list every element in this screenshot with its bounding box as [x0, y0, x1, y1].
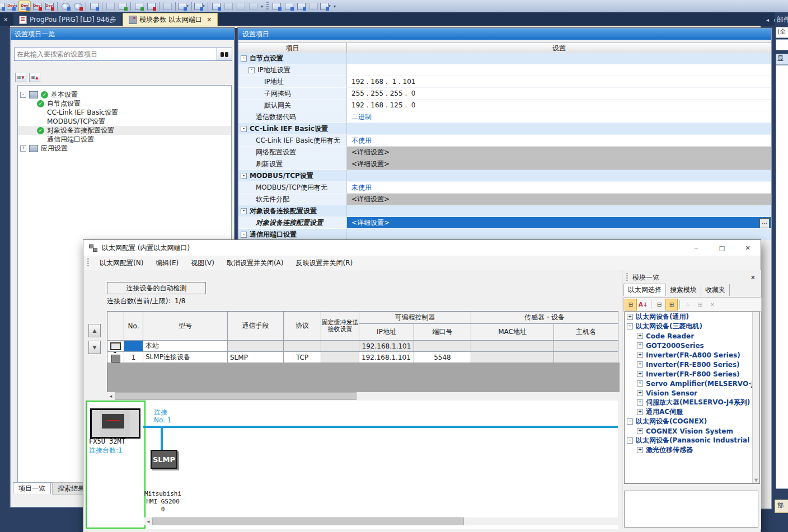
detail-settings-button[interactable]: ... [759, 218, 770, 228]
expand-icon[interactable]: + [637, 371, 643, 377]
tree-item-basic-settings[interactable]: - ✓ 基本设置 [18, 90, 231, 99]
sort-order-icon[interactable]: ⊞ [625, 299, 636, 310]
device-display-dev-icon[interactable] [19, 1, 30, 11]
expand-icon[interactable]: + [637, 333, 643, 339]
plc-selection-panel[interactable]: FX5U 32MT 连接台数:1 [86, 401, 146, 529]
expand-icon[interactable]: + [627, 314, 633, 320]
host-station-icon[interactable] [107, 341, 124, 352]
move-down-button[interactable]: ▼ [88, 341, 101, 354]
address-book-icon[interactable] [283, 1, 294, 11]
tab-item-list[interactable]: 项目一览 [13, 482, 51, 494]
device-find-dev-icon[interactable]: ▾ [7, 1, 18, 11]
settings-row-selected[interactable]: 对象设备连接配置设置 <详细设置> ... [238, 217, 771, 229]
tab-ethernet-select[interactable]: 以太网选择 [623, 284, 666, 296]
device-register-dev-icon[interactable] [44, 1, 55, 11]
module-tree-item[interactable]: -以太网设备(Panasonic Industrial De [625, 436, 759, 445]
screen-search-icon[interactable] [210, 1, 222, 11]
menu-cancel-close[interactable]: 取消设置并关闭(A) [221, 258, 290, 268]
settings-row[interactable]: -自节点设置 [238, 53, 771, 64]
collapse-icon[interactable]: - [241, 126, 247, 132]
expand-icon[interactable]: + [637, 447, 643, 453]
move-up-button[interactable]: ▲ [88, 324, 101, 337]
io-check-icon[interactable] [146, 1, 157, 11]
collapse-icon[interactable]: - [241, 55, 247, 62]
module-tree-item[interactable]: +Inverter(FR-E800 Series) [625, 360, 759, 369]
settings-row[interactable]: 网络配置设置<详细设置> [238, 147, 771, 158]
tree-item-comm-port[interactable]: 通信用端口设置 [18, 135, 231, 144]
tree-item-own-node[interactable]: ✓ 自节点设置 [18, 99, 231, 108]
module-tree-scrollbar[interactable]: ▼ [752, 312, 759, 483]
right-panel-bottom-tab[interactable]: 部 [775, 500, 788, 513]
panel-grip[interactable] [626, 273, 628, 282]
comm-cell[interactable]: SLMP [228, 352, 284, 363]
tab-favorites[interactable]: 收藏夹 [701, 284, 730, 296]
expand-tree-icon[interactable]: ⊞ [666, 299, 677, 310]
tree-item-target-device[interactable]: ✓ 对象设备连接配置设置 [18, 126, 231, 135]
right-panel-toolbar-fragment[interactable] [776, 39, 788, 50]
model-cell[interactable]: 本站 [143, 341, 228, 352]
module-tree-item[interactable]: +COGNEX Vision System [625, 426, 759, 436]
module-tree-item[interactable]: +以太网设备(通用) [625, 312, 759, 322]
window-list-icon[interactable] [247, 1, 259, 11]
expand-icon[interactable]: + [20, 145, 26, 152]
menu-apply-close[interactable]: 反映设置并关闭(R) [289, 258, 359, 268]
graphic-hscrollbar[interactable]: ◂ [144, 517, 618, 525]
module-add-icon[interactable] [117, 1, 128, 11]
scrollbar-thumb[interactable] [152, 517, 464, 525]
ip-cell[interactable]: 192.168.1.101 [359, 341, 414, 352]
favorite-add-icon[interactable]: ⊞ [695, 299, 706, 310]
tab-progpou[interactable]: ProgPou [PRG] [LD] 946步 [13, 13, 121, 26]
scrollbar-thumb[interactable] [115, 392, 357, 400]
menu-edit[interactable]: 编辑(E) [149, 258, 185, 268]
toolbar-overflow-icon[interactable]: ▾ [261, 4, 263, 9]
user-library-icon[interactable] [308, 1, 319, 11]
expand-icon[interactable]: + [637, 342, 643, 349]
expand-icon[interactable]: + [637, 380, 643, 387]
module-tree-item[interactable]: +伺服放大器(MELSERVO-J4系列) [625, 398, 759, 407]
watch-start-icon[interactable] [60, 1, 71, 11]
az-sort-icon[interactable]: A↓ [637, 299, 649, 310]
port-cell[interactable]: 5548 [414, 352, 471, 363]
module-tree-item[interactable]: +激光位移传感器 [625, 445, 759, 455]
settings-row[interactable]: -CC-Link IEF Basic设置 [238, 123, 771, 135]
module-tree-item[interactable]: +Inverter(FR-F800 Series) [625, 369, 759, 379]
settings-row[interactable]: 通信数据代码二进制 [238, 111, 771, 123]
maximize-button[interactable]: □ [709, 240, 735, 256]
tree-item-modbus[interactable]: MODBUS/TCP设置 [18, 117, 231, 126]
dialog-titlebar[interactable]: 以太网配置 (内置以太网端口) ─ □ ✕ [83, 240, 761, 256]
settings-row[interactable]: -通信用端口设置 [238, 229, 771, 241]
program-list-icon[interactable] [88, 1, 100, 11]
settings-row[interactable]: 软元件分配<详细设置> [238, 194, 771, 205]
favorite-star-icon[interactable]: ☆ [682, 299, 693, 310]
close-button[interactable]: ✕ [735, 240, 761, 256]
module-tree-item[interactable]: -以太网设备(三菱电机) [625, 322, 759, 331]
setting-search-input[interactable] [14, 48, 219, 61]
toolbar-overflow2-icon[interactable]: ▾ [334, 4, 336, 9]
collapse-icon[interactable]: - [627, 418, 633, 425]
window-cascade-icon[interactable] [223, 1, 234, 11]
label-edit-icon[interactable] [133, 1, 144, 11]
settings-row[interactable]: 子网掩码255 . 255 . 255 . 0 [238, 88, 771, 100]
collapse-icon[interactable]: - [241, 208, 247, 214]
favorite-delete-icon[interactable]: ✕ [707, 299, 718, 310]
scroll-left-icon[interactable]: ◂ [107, 392, 115, 400]
tree-item-application-settings[interactable]: + 应用设置 [18, 144, 231, 153]
row-no-cell-selected[interactable] [124, 341, 143, 352]
protocol-cell[interactable]: TCP [284, 352, 321, 363]
module-list-titlebar[interactable]: 模块一览 ✕ [622, 272, 761, 283]
module-tree-item[interactable]: -以太网设备(COGNEX) [625, 417, 759, 426]
settings-row[interactable]: -MODBUS/TCP设置 [238, 170, 771, 182]
expand-icon[interactable]: + [637, 361, 643, 368]
dock-close-icon[interactable]: ✕ [1, 16, 10, 23]
settings-row[interactable]: MODBUS/TCP使用有无未使用 [238, 182, 771, 194]
module-tree-item[interactable]: +Inverter(FR-A800 Series) [625, 350, 759, 360]
settings-row[interactable]: -对象设备连接配置设置 [238, 205, 771, 217]
expand-icon[interactable]: + [637, 399, 643, 406]
collapse-all-icon[interactable]: ⊟▼ [15, 73, 26, 82]
slmp-device-icon[interactable] [107, 352, 124, 363]
settings-row[interactable]: -IP地址设置 [238, 64, 771, 76]
window-find-icon[interactable] [235, 1, 246, 11]
table-hscrollbar[interactable]: ◂ [107, 392, 618, 400]
settings-row[interactable]: 刷新设置<详细设置> [238, 158, 771, 170]
expand-icon[interactable]: + [637, 390, 643, 396]
